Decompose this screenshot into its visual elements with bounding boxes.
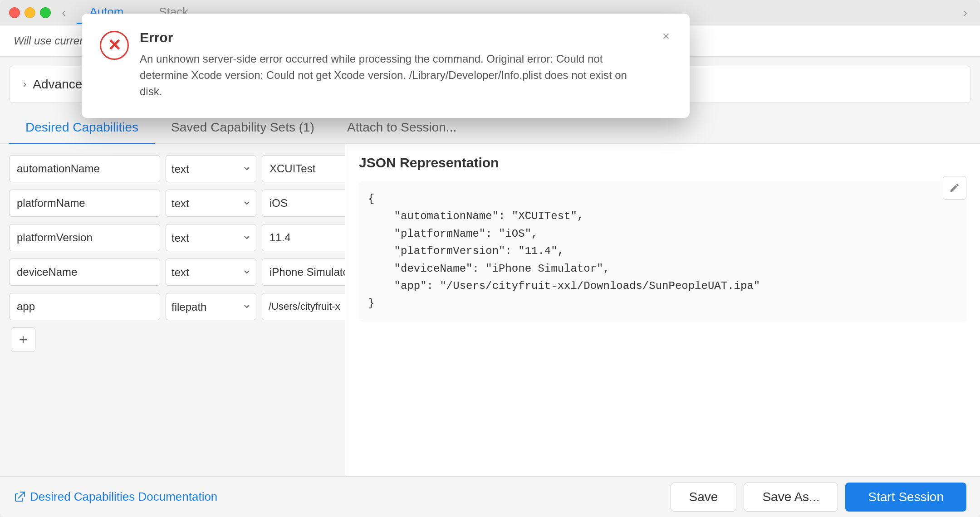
edit-icon	[949, 182, 960, 193]
json-content: { "automationName": "XCUITest", "platfor…	[359, 181, 966, 322]
doc-link-text: Desired Capabilities Documentation	[30, 490, 217, 504]
error-icon-circle: ✕	[100, 31, 129, 60]
json-edit-button[interactable]	[943, 176, 966, 200]
close-button[interactable]	[9, 7, 20, 18]
json-representation-panel: JSON Representation { "automationName": …	[345, 144, 980, 517]
table-row: textbooleannumberobjectlistfilepath	[9, 258, 336, 286]
traffic-lights	[9, 7, 51, 18]
nav-prev-button[interactable]: ‹	[58, 5, 69, 20]
cap-type-select-1[interactable]: textbooleannumberobjectlistfilepath	[166, 155, 256, 182]
cap-type-select-4[interactable]: textbooleannumberobjectlistfilepath	[166, 258, 256, 286]
cap-name-field-1[interactable]	[9, 155, 160, 182]
bottom-bar: Desired Capabilities Documentation Save …	[0, 476, 980, 517]
error-x-icon: ✕	[108, 37, 121, 54]
cap-type-select-2[interactable]: textbooleannumberobjectlistfilepath	[166, 190, 256, 217]
cap-value-field-4[interactable]	[262, 258, 345, 286]
start-session-button[interactable]: Start Session	[845, 483, 966, 512]
table-row: textbooleannumberobjectlistfilepath	[9, 190, 336, 217]
capabilities-form: textbooleannumberobjectlistfilepath	[0, 144, 345, 517]
main-window: ‹ Autom... Stack › Will use currently-ru…	[0, 0, 980, 517]
section-wrapper: › Advanced Settings Desired Capabilities…	[0, 57, 980, 517]
cap-type-select-3[interactable]: textbooleannumberobjectlistfilepath	[166, 224, 256, 251]
cap-value-field-2[interactable]	[262, 190, 345, 217]
link-icon	[14, 491, 25, 503]
svg-line-10	[18, 492, 24, 498]
cap-name-field-5[interactable]	[9, 293, 160, 320]
cap-filepath-value-5: /Users/cityfruit-x	[262, 293, 345, 320]
nav-next-button[interactable]: ›	[960, 5, 971, 20]
dialog-header: ✕ Error An unknown server-side error occ…	[100, 30, 671, 100]
cap-content-wrapper: textbooleannumberobjectlistfilepath	[0, 144, 980, 517]
cap-value-field-1[interactable]	[262, 155, 345, 182]
filepath-text-5: /Users/cityfruit-x	[269, 301, 345, 312]
error-dialog: ✕ Error An unknown server-side error occ…	[82, 14, 690, 118]
add-capability-button[interactable]: +	[11, 327, 35, 352]
cap-name-field-4[interactable]	[9, 258, 160, 286]
table-row: textbooleannumberobjectlistfilepath /Use…	[9, 293, 336, 320]
save-button[interactable]: Save	[671, 483, 737, 512]
table-row: textbooleannumberobjectlistfilepath	[9, 224, 336, 251]
table-row: textbooleannumberobjectlistfilepath	[9, 155, 336, 182]
minimize-button[interactable]	[24, 7, 35, 18]
chevron-right-icon: ›	[23, 78, 26, 90]
bottom-buttons: Save Save As... Start Session	[671, 483, 966, 512]
cap-value-field-3[interactable]	[262, 224, 345, 251]
maximize-button[interactable]	[40, 7, 51, 18]
cap-name-field-3[interactable]	[9, 224, 160, 251]
desired-capabilities-doc-link[interactable]: Desired Capabilities Documentation	[14, 490, 217, 504]
json-panel-title: JSON Representation	[359, 155, 966, 171]
dialog-title: Error	[140, 30, 650, 45]
cap-type-select-5[interactable]: textbooleannumberobjectlistfilepath	[166, 293, 256, 320]
dialog-message: An unknown server-side error occurred wh…	[140, 51, 650, 100]
dialog-close-button[interactable]: ×	[661, 30, 671, 43]
cap-name-field-2[interactable]	[9, 190, 160, 217]
dialog-content: Error An unknown server-side error occur…	[140, 30, 650, 100]
save-as-button[interactable]: Save As...	[744, 483, 838, 512]
